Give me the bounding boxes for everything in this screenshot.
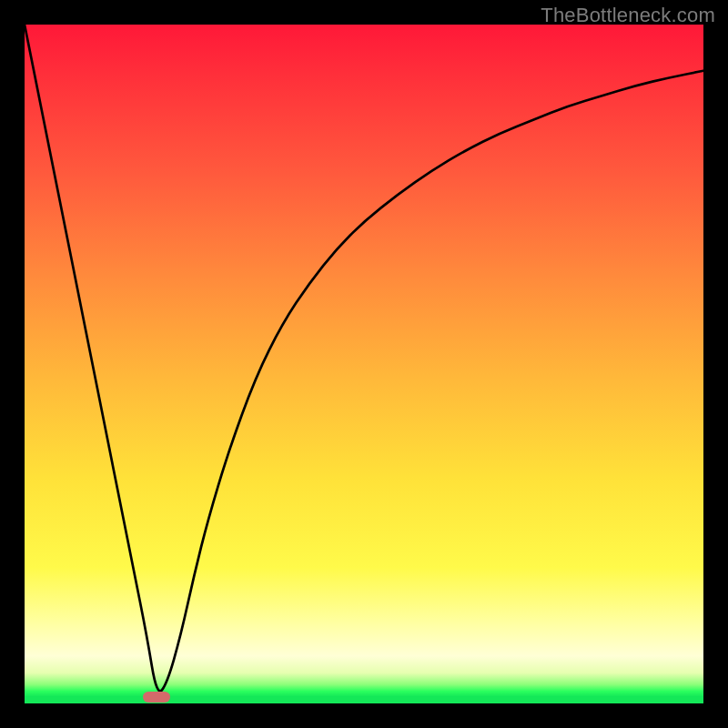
curve-svg bbox=[25, 25, 703, 703]
bottleneck-curve bbox=[25, 25, 703, 691]
plot-area bbox=[25, 25, 703, 703]
watermark-text: TheBottleneck.com bbox=[541, 4, 715, 27]
min-marker bbox=[143, 692, 170, 703]
chart-frame: TheBottleneck.com bbox=[0, 0, 728, 728]
